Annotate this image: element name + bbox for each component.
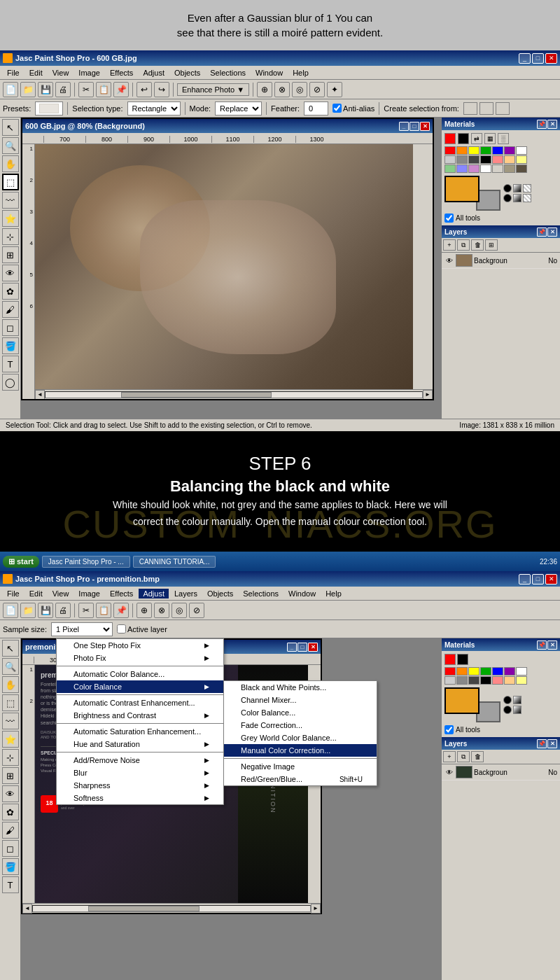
- palette-green[interactable]: [480, 146, 491, 155]
- psp2-grad2[interactable]: [513, 706, 522, 714]
- psp2-menu-layers[interactable]: Layers: [170, 589, 202, 598]
- primary-color-preview[interactable]: [444, 176, 479, 202]
- tool-magic-wand[interactable]: ⭐: [2, 210, 19, 227]
- psp2-tool-freehand[interactable]: 〰: [2, 713, 19, 729]
- palette-red[interactable]: [444, 146, 456, 155]
- psp2-close-btn[interactable]: ✕: [545, 574, 557, 584]
- psp2-tool-str[interactable]: ⊞: [2, 767, 19, 784]
- palette-silver[interactable]: [492, 164, 503, 173]
- psp2-maximize-btn[interactable]: □: [532, 574, 544, 584]
- psp2-fg-swatch[interactable]: [444, 654, 456, 665]
- sub-manual-color-correction[interactable]: Manual Color Correction...: [224, 744, 377, 757]
- psp2-mat-close[interactable]: ✕: [547, 640, 557, 650]
- psp2-menu-help[interactable]: Help: [321, 589, 346, 598]
- inner-close-btn[interactable]: ✕: [420, 122, 430, 131]
- tool-paint[interactable]: 🖌: [2, 301, 19, 318]
- psp2-pal-mgray[interactable]: [456, 676, 468, 685]
- psp2-bg-swatch[interactable]: [457, 654, 468, 665]
- psp2-solid2[interactable]: [503, 706, 512, 714]
- psp2-menu-view[interactable]: View: [48, 589, 74, 598]
- psp2-pal-lgray[interactable]: [444, 676, 456, 685]
- menu-brightness-contrast[interactable]: Brightness and Contrast ▶: [57, 709, 223, 722]
- scroll-thumb-h[interactable]: [121, 392, 272, 398]
- psp2-layers-close[interactable]: ✕: [547, 739, 557, 748]
- palette-black[interactable]: [480, 155, 491, 164]
- layer-merge-btn[interactable]: ⊞: [485, 239, 498, 251]
- menu-sharpness[interactable]: Sharpness ▶: [57, 779, 223, 792]
- psp2-tool-eye[interactable]: 👁: [2, 785, 19, 802]
- taskbar-start-btn[interactable]: ⊞ start: [3, 556, 39, 568]
- psp2-menu-edit[interactable]: Edit: [25, 589, 47, 598]
- menu-auto-contrast[interactable]: Automatic Contrast Enhancement...: [57, 696, 223, 709]
- print-btn[interactable]: 🖨: [55, 82, 71, 97]
- menu-view[interactable]: View: [48, 68, 74, 78]
- psp2-menu-effects[interactable]: Effects: [106, 589, 137, 598]
- menu-hue-saturation[interactable]: Hue and Saturation ▶: [57, 738, 223, 750]
- new-btn[interactable]: 📄: [3, 82, 18, 97]
- mat-float-btn[interactable]: 📌: [537, 120, 547, 129]
- palette-lpurple[interactable]: [468, 164, 479, 173]
- psp2-minimize-btn[interactable]: _: [519, 574, 531, 584]
- psp2-print-btn[interactable]: 🖨: [55, 603, 71, 618]
- psp2-menu-objects[interactable]: Objects: [203, 589, 237, 598]
- psp2-menu-selections[interactable]: Selections: [239, 589, 283, 598]
- tool-selection[interactable]: ⬚: [2, 174, 19, 190]
- inner-restore-btn[interactable]: □: [410, 122, 419, 131]
- sub-black-white-points[interactable]: Black and White Points...: [224, 681, 377, 694]
- psp2-pal-dgray[interactable]: [468, 676, 479, 685]
- fg-color-swatch[interactable]: [444, 133, 456, 144]
- fg-gradient-btn[interactable]: [513, 184, 522, 192]
- tool-pan[interactable]: ✋: [2, 155, 19, 172]
- psp2-tool2[interactable]: ⊗: [154, 603, 169, 618]
- psp2-grad1[interactable]: [513, 696, 522, 704]
- psp2-tool3[interactable]: ◎: [172, 603, 187, 618]
- taskbar-tutorial-item[interactable]: CANNING TUTORIA...: [133, 556, 216, 568]
- tool-straighten[interactable]: ⊞: [2, 246, 19, 263]
- psp2-tool-text[interactable]: T: [2, 876, 19, 893]
- psp2-menu-adjust[interactable]: Adjust: [139, 589, 169, 598]
- secondary-color-preview[interactable]: [476, 190, 500, 211]
- create-sel-icon3[interactable]: [496, 102, 510, 115]
- psp2-layers-float[interactable]: 📌: [537, 739, 547, 748]
- gradient-btn[interactable]: ▦: [484, 133, 496, 144]
- menu-image[interactable]: Image: [74, 68, 104, 78]
- palette-blue[interactable]: [492, 146, 503, 155]
- premonition-close-btn[interactable]: ✕: [308, 643, 318, 652]
- psp2-tool-sel[interactable]: ⬚: [2, 694, 19, 711]
- premonition-min-btn[interactable]: _: [287, 643, 297, 652]
- palette-peach[interactable]: [504, 155, 515, 164]
- sub-fade-correction[interactable]: Fade Correction...: [224, 719, 377, 732]
- palette-yellow[interactable]: [468, 146, 479, 155]
- bg-pattern-btn[interactable]: [523, 194, 531, 202]
- psp2-menu-file[interactable]: File: [3, 589, 24, 598]
- bg-color-swatch[interactable]: [458, 133, 469, 144]
- psp2-layer-row-bg[interactable]: 👁 Backgroun No: [442, 764, 560, 780]
- tool4-btn[interactable]: ⊘: [309, 82, 325, 97]
- psp2-pal-yellow[interactable]: [468, 667, 479, 676]
- psp2-paste-btn[interactable]: 📌: [113, 603, 129, 618]
- menu-window[interactable]: Window: [251, 68, 287, 78]
- palette-white[interactable]: [516, 146, 527, 155]
- palette-brown[interactable]: [516, 164, 527, 173]
- tool-arrow[interactable]: ↖: [2, 119, 19, 136]
- psp2-secondary-color[interactable]: [476, 701, 500, 722]
- tool3-btn[interactable]: ◎: [292, 82, 307, 97]
- psp2-pal-red[interactable]: [444, 667, 456, 676]
- psp2-copy-btn[interactable]: 📋: [96, 603, 111, 618]
- tool-text[interactable]: T: [2, 356, 19, 372]
- sub-color-balance[interactable]: Color Balance...: [224, 706, 377, 719]
- palette-lblue[interactable]: [456, 164, 468, 173]
- tool1-btn[interactable]: ⊕: [257, 82, 272, 97]
- menu-effects[interactable]: Effects: [106, 68, 137, 78]
- palette-pink[interactable]: [492, 155, 503, 164]
- psp2-pal-lyellow[interactable]: [516, 676, 527, 685]
- pattern-btn[interactable]: ░: [498, 133, 509, 144]
- menu-adjust[interactable]: Adjust: [139, 68, 169, 78]
- psp2-pal-black[interactable]: [480, 676, 491, 685]
- active-layer-label[interactable]: Active layer: [117, 624, 167, 634]
- bg-gradient-btn[interactable]: [513, 194, 522, 202]
- psp2-all-tools-cb[interactable]: [444, 725, 454, 734]
- prm-scroll-left[interactable]: ◄: [22, 904, 32, 913]
- create-sel-icon2[interactable]: [479, 102, 493, 115]
- redo-btn[interactable]: ↪: [154, 82, 169, 97]
